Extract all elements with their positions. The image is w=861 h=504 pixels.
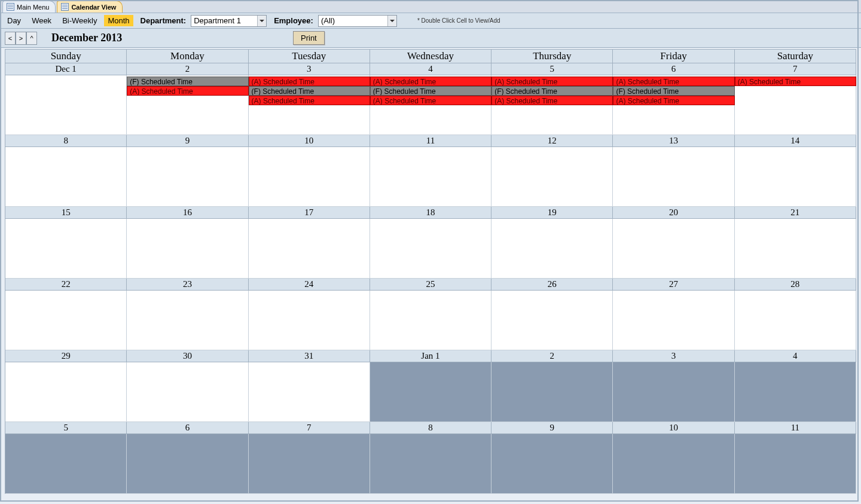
day-number[interactable]: 24 xyxy=(249,279,370,291)
calendar-event[interactable]: (A) Scheduled Time xyxy=(613,77,734,86)
day-number[interactable]: 8 xyxy=(5,135,127,147)
day-number[interactable]: 2 xyxy=(491,350,613,362)
day-cell[interactable] xyxy=(127,434,248,494)
day-number[interactable]: 10 xyxy=(249,135,370,147)
day-cell[interactable] xyxy=(249,362,370,422)
day-cell[interactable] xyxy=(127,219,248,279)
day-cell[interactable] xyxy=(735,147,856,207)
employee-combo[interactable] xyxy=(318,15,397,27)
calendar-event[interactable]: (A) Scheduled Time xyxy=(370,96,491,105)
day-number[interactable]: 9 xyxy=(491,422,613,434)
day-number[interactable]: 6 xyxy=(127,422,248,434)
day-number[interactable]: 12 xyxy=(491,135,613,147)
day-number[interactable]: Jan 1 xyxy=(370,350,491,362)
calendar-event[interactable]: (A) Scheduled Time xyxy=(613,96,734,105)
day-number[interactable]: Dec 1 xyxy=(5,63,127,75)
day-cell[interactable] xyxy=(491,291,613,350)
day-cell[interactable] xyxy=(613,219,734,279)
day-cell[interactable] xyxy=(735,291,856,350)
day-cell[interactable] xyxy=(249,147,370,207)
day-cell[interactable] xyxy=(5,434,127,494)
calendar-event[interactable]: (A) Scheduled Time xyxy=(491,77,613,86)
view-day[interactable]: Day xyxy=(4,15,25,26)
day-cell[interactable] xyxy=(127,147,248,207)
day-cell[interactable] xyxy=(5,147,127,207)
day-number[interactable]: 29 xyxy=(5,350,127,362)
calendar-event[interactable]: (A) Scheduled Time xyxy=(370,77,491,86)
day-number[interactable]: 6 xyxy=(613,63,734,75)
day-number[interactable]: 27 xyxy=(613,279,734,291)
calendar-event[interactable]: (A) Scheduled Time xyxy=(249,77,370,86)
day-number[interactable]: 16 xyxy=(127,207,248,219)
day-cell[interactable] xyxy=(735,362,856,422)
day-number[interactable]: 3 xyxy=(249,63,370,75)
day-number[interactable]: 18 xyxy=(370,207,491,219)
day-cell[interactable] xyxy=(613,434,734,494)
chevron-down-icon[interactable] xyxy=(387,16,396,26)
day-number[interactable]: 4 xyxy=(735,350,856,362)
day-number[interactable]: 4 xyxy=(370,63,491,75)
day-number[interactable]: 8 xyxy=(370,422,491,434)
day-cell[interactable] xyxy=(5,362,127,422)
day-cell[interactable] xyxy=(613,362,734,422)
day-number[interactable]: 20 xyxy=(613,207,734,219)
day-cell[interactable] xyxy=(370,147,491,207)
day-number[interactable]: 7 xyxy=(249,422,370,434)
day-cell[interactable] xyxy=(5,75,127,135)
day-cell[interactable] xyxy=(491,219,613,279)
day-cell[interactable] xyxy=(735,434,856,494)
view-week[interactable]: Week xyxy=(28,15,55,26)
calendar-event[interactable]: (A) Scheduled Time xyxy=(249,96,370,105)
day-number[interactable]: 25 xyxy=(370,279,491,291)
day-cell[interactable] xyxy=(613,147,734,207)
nav-next[interactable]: > xyxy=(16,32,26,45)
day-number[interactable]: 9 xyxy=(127,135,248,147)
day-number[interactable]: 17 xyxy=(249,207,370,219)
day-number[interactable]: 31 xyxy=(249,350,370,362)
calendar-event[interactable]: (A) Scheduled Time xyxy=(127,86,248,96)
calendar-event[interactable]: (F) Scheduled Time xyxy=(370,86,491,96)
view-month[interactable]: Month xyxy=(104,15,133,26)
day-number[interactable]: 3 xyxy=(613,350,734,362)
day-cell[interactable] xyxy=(249,291,370,350)
day-number[interactable]: 11 xyxy=(370,135,491,147)
tab-calendar-view[interactable]: Calendar View xyxy=(57,1,123,13)
day-number[interactable]: 10 xyxy=(613,422,734,434)
nav-prev[interactable]: < xyxy=(5,32,16,45)
day-cell[interactable] xyxy=(370,219,491,279)
day-cell[interactable] xyxy=(5,219,127,279)
day-cell[interactable] xyxy=(735,219,856,279)
day-number[interactable]: 28 xyxy=(735,279,856,291)
department-combo[interactable] xyxy=(191,15,267,27)
view-biweekly[interactable]: Bi-Weekly xyxy=(59,15,100,26)
day-cell[interactable] xyxy=(370,362,491,422)
calendar-event[interactable]: (F) Scheduled Time xyxy=(127,77,248,86)
day-number[interactable]: 14 xyxy=(735,135,856,147)
day-number[interactable]: 2 xyxy=(127,63,248,75)
nav-today[interactable]: ^ xyxy=(26,32,37,45)
calendar-event[interactable]: (A) Scheduled Time xyxy=(491,96,613,105)
department-input[interactable] xyxy=(191,16,257,26)
calendar-event[interactable]: (A) Scheduled Time xyxy=(735,77,856,86)
day-number[interactable]: 13 xyxy=(613,135,734,147)
day-number[interactable]: 11 xyxy=(735,422,856,434)
calendar-event[interactable]: (F) Scheduled Time xyxy=(249,86,370,96)
day-cell[interactable] xyxy=(370,291,491,350)
print-button[interactable]: Print xyxy=(293,31,325,45)
day-number[interactable]: 5 xyxy=(491,63,613,75)
day-number[interactable]: 19 xyxy=(491,207,613,219)
day-number[interactable]: 30 xyxy=(127,350,248,362)
day-cell[interactable] xyxy=(127,362,248,422)
day-cell[interactable] xyxy=(491,147,613,207)
day-number[interactable]: 15 xyxy=(5,207,127,219)
chevron-down-icon[interactable] xyxy=(257,16,266,26)
day-cell[interactable] xyxy=(491,434,613,494)
day-cell[interactable] xyxy=(613,291,734,350)
day-number[interactable]: 21 xyxy=(735,207,856,219)
day-cell[interactable] xyxy=(491,362,613,422)
day-number[interactable]: 7 xyxy=(735,63,856,75)
calendar-event[interactable]: (F) Scheduled Time xyxy=(491,86,613,96)
day-number[interactable]: 26 xyxy=(491,279,613,291)
day-cell[interactable] xyxy=(249,434,370,494)
day-cell[interactable] xyxy=(5,291,127,350)
